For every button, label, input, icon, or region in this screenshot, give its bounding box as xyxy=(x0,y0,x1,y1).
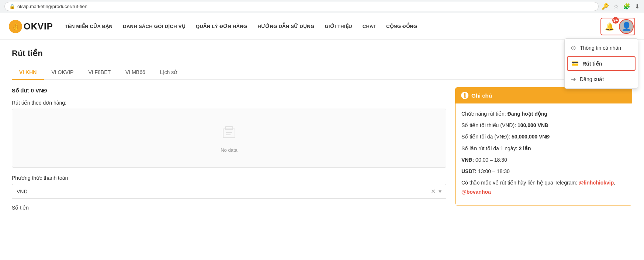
info-icon: ℹ xyxy=(461,92,468,99)
note-row-7: Có thắc mắc về rút tiền hãy liên hệ qua … xyxy=(461,178,626,197)
tab-vi-mb66[interactable]: Ví MB66 xyxy=(118,66,153,80)
nav-links: TÊN MIỀN CỦA BẠN DANH SÁCH GÓI DỊCH VỤ Q… xyxy=(65,24,600,29)
browser-bar: 🔒 okvip.marketing/producer/rut-tien 🔑 ☆ … xyxy=(0,0,644,13)
logout-icon: ➜ xyxy=(571,75,576,83)
avatar-icon: 👤 xyxy=(622,22,631,31)
clear-icon[interactable]: ✕ xyxy=(431,188,436,195)
content-layout: Số dư: 0 VNĐ Rút tiền theo đơn hàng: No … xyxy=(12,87,632,212)
logo[interactable]: 👌 OKVIP xyxy=(9,20,53,33)
note-row-6: USDT: 13:00 – 18:30 xyxy=(461,167,626,176)
dropdown-menu: ⊙ Thông tin cá nhân 💳 Rút tiền ➜ Đăng xu… xyxy=(564,38,638,89)
tab-vi-okvip[interactable]: Ví OKVIP xyxy=(44,66,81,80)
note-row-5: VNĐ: 00:00 – 18:30 xyxy=(461,155,626,165)
nav-gioi-thieu[interactable]: GIỚI THIỆU xyxy=(325,24,352,29)
download-icon[interactable]: ⬇ xyxy=(635,3,640,10)
url-icon: 🔒 xyxy=(9,4,15,9)
nav-huong-dan[interactable]: HƯỚNG DẪN SỬ DỤNG xyxy=(257,24,314,29)
note-box: ℹ Ghi chú Chức năng rút tiền: Đang hoạt … xyxy=(455,87,632,205)
chevron-down-icon[interactable]: ▾ xyxy=(439,188,442,195)
balance-text: Số dư: 0 VNĐ xyxy=(12,87,446,94)
svg-rect-0 xyxy=(223,129,235,138)
url-bar[interactable]: 🔒 okvip.marketing/producer/rut-tien xyxy=(4,2,599,11)
payment-method-label: Phương thức thanh toán xyxy=(12,175,446,181)
payment-method-select[interactable]: VND ✕ ▾ xyxy=(12,184,446,199)
logo-text: OKVIP xyxy=(24,21,53,32)
puzzle-icon[interactable]: 🧩 xyxy=(623,3,630,10)
logo-icon: 👌 xyxy=(9,20,22,33)
notification-badge: 9+ xyxy=(612,17,619,24)
star-icon[interactable]: ☆ xyxy=(613,3,619,10)
browser-actions: 🔑 ☆ 🧩 ⬇ xyxy=(602,3,640,10)
url-text: okvip.marketing/producer/rut-tien xyxy=(17,4,87,9)
avatar-button[interactable]: 👤 xyxy=(619,19,634,34)
header-outline: 🔔 9+ 👤 xyxy=(600,18,635,35)
note-row-3: Số tiền tối đa (VNĐ): 50,000,000 VNĐ xyxy=(461,132,626,141)
no-data-text: No data xyxy=(221,147,238,153)
nav-right: 🔔 9+ 👤 ⊙ Thông tin cá nhân 💳 Rút tiền ➜ xyxy=(600,18,635,35)
dropdown-dang-xuat[interactable]: ➜ Đăng xuất xyxy=(565,71,638,87)
note-row-1: Chức năng rút tiền: Đang hoạt động xyxy=(461,109,626,119)
payment-selected-value: VND xyxy=(17,189,28,194)
note-header: ℹ Ghi chú xyxy=(455,87,632,103)
main-content: Rút tiền Ví KHN Ví OKVIP Ví F8BET Ví MB6… xyxy=(0,40,644,221)
dropdown-rut-tien[interactable]: 💳 Rút tiền xyxy=(568,57,635,70)
wallet-icon: 💳 xyxy=(571,60,579,67)
tab-vi-khn[interactable]: Ví KHN xyxy=(12,66,44,80)
note-body: Chức năng rút tiền: Đang hoạt động Số ti… xyxy=(455,103,632,205)
tabs: Ví KHN Ví OKVIP Ví F8BET Ví MB66 Lịch sử xyxy=(12,66,632,80)
dropdown-thong-tin[interactable]: ⊙ Thông tin cá nhân xyxy=(565,40,638,56)
nav-chat[interactable]: CHAT xyxy=(363,24,376,29)
nav-danh-sach[interactable]: DANH SÁCH GÓI DỊCH VỤ xyxy=(123,24,186,29)
no-data-icon xyxy=(220,124,238,144)
no-data-box: No data xyxy=(12,109,446,168)
left-panel: Số dư: 0 VNĐ Rút tiền theo đơn hàng: No … xyxy=(12,87,446,212)
nav-cong-dong[interactable]: CỘNG ĐỒNG xyxy=(386,24,417,29)
tab-lich-su[interactable]: Lịch sử xyxy=(153,66,184,80)
key-icon[interactable]: 🔑 xyxy=(602,3,609,10)
page-title: Rút tiền xyxy=(12,49,632,58)
right-panel: ℹ Ghi chú Chức năng rút tiền: Đang hoạt … xyxy=(455,87,632,212)
tab-vi-f8bet[interactable]: Ví F8BET xyxy=(81,66,118,80)
bell-icon: 🔔 xyxy=(605,22,614,31)
select-icons: ✕ ▾ xyxy=(431,188,442,195)
nav-quan-ly[interactable]: QUẢN LÝ ĐƠN HÀNG xyxy=(196,24,247,29)
user-circle-icon: ⊙ xyxy=(571,44,576,52)
amount-label: Số tiền xyxy=(12,205,446,211)
note-row-2: Số tiền tối thiểu (VNĐ): 100,000 VNĐ xyxy=(461,121,626,130)
navbar: 👌 OKVIP TÊN MIỀN CỦA BẠN DANH SÁCH GÓI D… xyxy=(0,13,644,40)
withdraw-order-label: Rút tiền theo đơn hàng: xyxy=(12,100,446,106)
nav-ten-mien[interactable]: TÊN MIỀN CỦA BẠN xyxy=(65,24,113,29)
note-row-4: Số lần rút tối đa 1 ngày: 2 lần xyxy=(461,144,626,153)
notification-button[interactable]: 🔔 9+ xyxy=(602,19,617,34)
